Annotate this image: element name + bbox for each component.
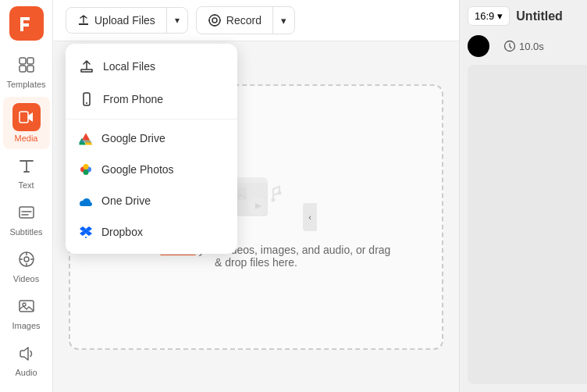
sidebar-item-audio[interactable]: Audio [3,338,50,383]
svg-point-11 [212,18,217,23]
svg-point-22 [84,169,89,175]
dropbox-icon [78,224,94,240]
images-icon [18,298,35,319]
svg-point-14 [208,20,210,21]
sidebar-item-images[interactable]: Images [3,291,50,337]
svg-point-17 [86,102,87,104]
title-input[interactable] [516,9,587,23]
dropdown-item-one-drive[interactable]: One Drive [66,185,237,216]
svg-point-15 [219,20,221,21]
local-files-icon [78,58,95,75]
upload-files-label: Upload Files [94,14,155,27]
videos-icon [18,251,35,272]
dropdown-item-google-photos[interactable]: Google Photos [66,154,237,185]
dropdown-divider-1 [66,119,237,119]
upload-files-button[interactable]: Upload Files [66,8,167,33]
background-color-picker[interactable] [468,35,489,57]
svg-point-10 [209,15,220,26]
templates-icon [18,56,35,77]
panel-collapse-button[interactable]: ‹ [303,203,317,231]
record-button[interactable]: Record [197,7,273,34]
right-panel-header: 16:9 ▾ [460,0,587,32]
svg-rect-1 [27,58,34,64]
aspect-ratio-label: 16:9 [475,10,494,22]
svg-point-30 [278,191,282,194]
aspect-ratio-button[interactable]: 16:9 ▾ [468,6,510,26]
svg-point-9 [23,303,26,306]
app-logo [9,6,44,41]
svg-point-7 [24,257,29,262]
sidebar-item-templates[interactable]: Templates [3,50,50,95]
sidebar-item-text-label: Text [18,180,34,190]
collapse-chevron-icon: ‹ [308,212,311,222]
svg-rect-4 [20,112,28,123]
right-panel: 16:9 ▾ 10.0s [459,0,587,392]
sidebar-item-videos-label: Videos [13,274,39,283]
dropdown-item-google-drive[interactable]: Google Drive [66,123,237,154]
sidebar-item-subtitles[interactable]: Subtitles [3,198,50,243]
upload-dropdown-menu: Local Files From Phone [66,44,237,254]
sidebar-item-videos[interactable]: Videos [3,244,50,290]
google-photos-label: Google Photos [101,163,174,176]
local-files-label: Local Files [103,60,155,73]
one-drive-label: One Drive [101,194,151,207]
svg-point-29 [272,198,276,201]
svg-point-12 [214,14,215,16]
sidebar-item-templates-label: Templates [6,80,45,89]
dropbox-label: Dropbox [101,226,143,238]
subtitles-icon [18,204,35,225]
timer-icon [503,40,516,52]
record-icon [208,13,222,27]
record-dropdown-button[interactable]: ▾ [273,9,294,33]
audio-icon [18,344,35,365]
svg-rect-3 [27,66,34,72]
main-content: Upload Files ▾ Record ▾ [53,0,459,392]
svg-rect-0 [20,58,26,64]
toolbar: Upload Files ▾ Record ▾ [53,0,459,41]
media-icon-bg [12,103,41,131]
timer-button[interactable]: 10.0s [497,37,550,55]
text-icon [18,157,35,178]
upload-arrow-icon: ▾ [175,15,180,26]
sidebar-item-media[interactable]: Media [3,97,50,149]
from-phone-icon [78,91,95,108]
record-arrow-icon: ▾ [281,15,286,27]
svg-point-13 [214,25,215,27]
sidebar: Templates Media Text Subtitles [0,0,53,392]
dropdown-item-local-files[interactable]: Local Files [66,50,237,83]
sidebar-item-text[interactable]: Text [3,151,50,196]
svg-point-21 [84,164,89,169]
google-drive-icon [78,130,94,146]
upload-dropdown-button[interactable]: ▾ [167,9,187,32]
sidebar-item-images-label: Images [12,321,40,330]
dropdown-item-from-phone[interactable]: From Phone [66,83,237,116]
thumbnail-preview [468,65,587,384]
dropdown-item-dropbox[interactable]: Dropbox [66,216,237,248]
sidebar-item-subtitles-label: Subtitles [9,227,42,237]
timer-value: 10.0s [519,41,544,52]
sidebar-item-audio-label: Audio [15,368,37,377]
upload-icon [77,14,90,27]
google-drive-label: Google Drive [101,132,165,144]
upload-button-group: Upload Files ▾ [66,7,188,34]
svg-point-23 [85,237,87,238]
one-drive-icon [78,193,94,208]
record-button-group: Record ▾ [196,6,295,34]
color-timer-row: 10.0s [460,32,587,65]
svg-rect-2 [20,66,26,72]
google-photos-icon [78,162,94,177]
svg-rect-5 [20,207,34,218]
record-label: Record [226,14,261,27]
sidebar-item-media-label: Media [15,134,38,143]
aspect-ratio-chevron-icon: ▾ [497,10,503,22]
from-phone-label: From Phone [103,93,163,105]
